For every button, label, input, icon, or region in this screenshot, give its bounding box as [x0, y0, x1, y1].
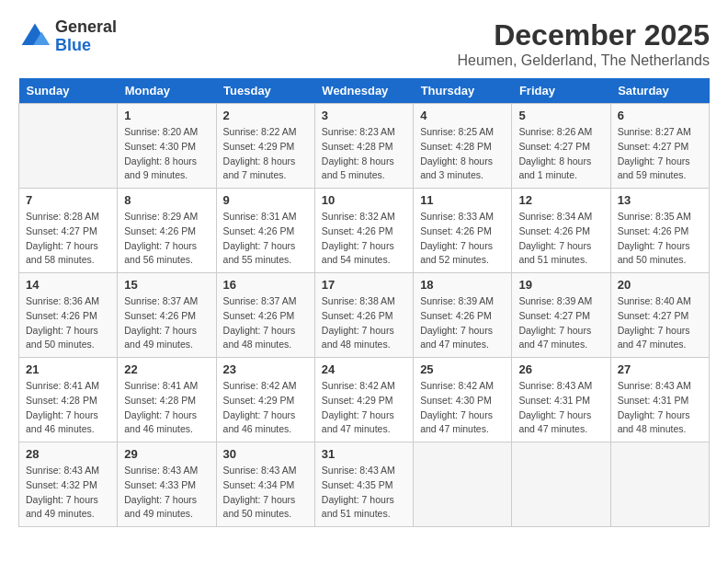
- day-number: 1: [124, 109, 209, 122]
- day-info: Sunrise: 8:38 AM Sunset: 4:26 PM Dayligh…: [322, 294, 406, 352]
- day-number: 27: [618, 362, 702, 376]
- daylight-text: Daylight: 7 hours and 49 minutes.: [124, 493, 209, 523]
- day-info: Sunrise: 8:28 AM Sunset: 4:27 PM Dayligh…: [26, 210, 110, 268]
- day-info: Sunrise: 8:27 AM Sunset: 4:27 PM Dayligh…: [618, 125, 702, 183]
- daylight-text: Daylight: 7 hours and 51 minutes.: [518, 239, 603, 269]
- daylight-text: Daylight: 7 hours and 48 minutes.: [322, 324, 406, 353]
- sunset-text: Sunset: 4:28 PM: [322, 140, 406, 155]
- calendar-cell: 23 Sunrise: 8:42 AM Sunset: 4:29 PM Dayl…: [216, 358, 314, 442]
- calendar-cell: 18 Sunrise: 8:39 AM Sunset: 4:26 PM Dayl…: [414, 273, 512, 358]
- calendar-cell: 7 Sunrise: 8:28 AM Sunset: 4:27 PM Dayli…: [19, 189, 118, 273]
- day-number: 3: [322, 109, 406, 122]
- day-number: 23: [223, 362, 308, 376]
- sunset-text: Sunset: 4:31 PM: [518, 394, 603, 408]
- day-info: Sunrise: 8:23 AM Sunset: 4:28 PM Dayligh…: [322, 125, 406, 183]
- calendar-week-row: 28 Sunrise: 8:43 AM Sunset: 4:32 PM Dayl…: [19, 442, 710, 527]
- day-number: 4: [420, 109, 505, 122]
- daylight-text: Daylight: 7 hours and 47 minutes.: [322, 408, 406, 438]
- sunrise-text: Sunrise: 8:41 AM: [26, 379, 110, 394]
- day-info: Sunrise: 8:29 AM Sunset: 4:26 PM Dayligh…: [124, 210, 209, 268]
- calendar-week-row: 7 Sunrise: 8:28 AM Sunset: 4:27 PM Dayli…: [19, 189, 710, 273]
- calendar-cell: 17 Sunrise: 8:38 AM Sunset: 4:26 PM Dayl…: [314, 273, 413, 358]
- calendar-cell: 21 Sunrise: 8:41 AM Sunset: 4:28 PM Dayl…: [19, 358, 118, 442]
- sunset-text: Sunset: 4:28 PM: [124, 394, 209, 408]
- day-info: Sunrise: 8:40 AM Sunset: 4:27 PM Dayligh…: [618, 294, 702, 352]
- day-number: 15: [124, 278, 209, 292]
- calendar-cell: 28 Sunrise: 8:43 AM Sunset: 4:32 PM Dayl…: [19, 442, 118, 527]
- sunrise-text: Sunrise: 8:39 AM: [518, 294, 603, 309]
- title-section: December 2025 Heumen, Gelderland, The Ne…: [457, 18, 710, 69]
- calendar-cell: 3 Sunrise: 8:23 AM Sunset: 4:28 PM Dayli…: [314, 104, 413, 189]
- sunrise-text: Sunrise: 8:31 AM: [223, 210, 308, 224]
- sunrise-text: Sunrise: 8:35 AM: [618, 210, 702, 224]
- calendar-cell: 26 Sunrise: 8:43 AM Sunset: 4:31 PM Dayl…: [512, 358, 610, 442]
- sunrise-text: Sunrise: 8:43 AM: [518, 379, 603, 394]
- weekday-header: Friday: [512, 78, 610, 104]
- day-number: 9: [223, 193, 308, 207]
- month-title: December 2025: [457, 18, 710, 52]
- sunrise-text: Sunrise: 8:34 AM: [518, 210, 603, 224]
- sunrise-text: Sunrise: 8:42 AM: [322, 379, 406, 394]
- day-info: Sunrise: 8:43 AM Sunset: 4:31 PM Dayligh…: [518, 379, 603, 437]
- day-number: 29: [124, 447, 209, 461]
- daylight-text: Daylight: 8 hours and 7 minutes.: [223, 155, 308, 184]
- day-info: Sunrise: 8:39 AM Sunset: 4:26 PM Dayligh…: [420, 294, 505, 352]
- calendar-cell: 24 Sunrise: 8:42 AM Sunset: 4:29 PM Dayl…: [314, 358, 413, 442]
- sunset-text: Sunset: 4:27 PM: [618, 309, 702, 324]
- sunset-text: Sunset: 4:26 PM: [322, 224, 406, 239]
- calendar-week-row: 21 Sunrise: 8:41 AM Sunset: 4:28 PM Dayl…: [19, 358, 710, 442]
- sunset-text: Sunset: 4:28 PM: [26, 394, 110, 408]
- calendar-cell: 19 Sunrise: 8:39 AM Sunset: 4:27 PM Dayl…: [512, 273, 610, 358]
- day-number: 19: [518, 278, 603, 292]
- sunrise-text: Sunrise: 8:42 AM: [223, 379, 308, 394]
- day-info: Sunrise: 8:43 AM Sunset: 4:31 PM Dayligh…: [618, 379, 702, 437]
- day-number: 25: [420, 362, 505, 376]
- sunset-text: Sunset: 4:26 PM: [420, 309, 505, 324]
- sunset-text: Sunset: 4:29 PM: [322, 394, 406, 408]
- daylight-text: Daylight: 7 hours and 48 minutes.: [223, 324, 308, 353]
- day-number: 16: [223, 278, 308, 292]
- day-info: Sunrise: 8:39 AM Sunset: 4:27 PM Dayligh…: [518, 294, 603, 352]
- daylight-text: Daylight: 7 hours and 49 minutes.: [124, 324, 209, 353]
- day-info: Sunrise: 8:37 AM Sunset: 4:26 PM Dayligh…: [124, 294, 209, 352]
- sunset-text: Sunset: 4:26 PM: [618, 224, 702, 239]
- daylight-text: Daylight: 7 hours and 58 minutes.: [26, 239, 110, 269]
- daylight-text: Daylight: 7 hours and 50 minutes.: [618, 239, 702, 269]
- calendar-cell: 5 Sunrise: 8:26 AM Sunset: 4:27 PM Dayli…: [512, 104, 610, 189]
- daylight-text: Daylight: 7 hours and 52 minutes.: [420, 239, 505, 269]
- calendar-cell: 4 Sunrise: 8:25 AM Sunset: 4:28 PM Dayli…: [414, 104, 512, 189]
- sunset-text: Sunset: 4:26 PM: [223, 309, 308, 324]
- day-number: 5: [518, 109, 603, 122]
- sunrise-text: Sunrise: 8:43 AM: [322, 464, 406, 478]
- sunrise-text: Sunrise: 8:40 AM: [618, 294, 702, 309]
- calendar-cell: 10 Sunrise: 8:32 AM Sunset: 4:26 PM Dayl…: [314, 189, 413, 273]
- sunset-text: Sunset: 4:34 PM: [223, 478, 308, 493]
- sunset-text: Sunset: 4:29 PM: [223, 140, 308, 155]
- calendar-cell: 15 Sunrise: 8:37 AM Sunset: 4:26 PM Dayl…: [118, 273, 216, 358]
- weekday-header: Sunday: [19, 78, 118, 104]
- day-info: Sunrise: 8:34 AM Sunset: 4:26 PM Dayligh…: [518, 210, 603, 268]
- daylight-text: Daylight: 7 hours and 48 minutes.: [618, 408, 702, 438]
- daylight-text: Daylight: 7 hours and 54 minutes.: [322, 239, 406, 269]
- calendar-cell: 12 Sunrise: 8:34 AM Sunset: 4:26 PM Dayl…: [512, 189, 610, 273]
- sunrise-text: Sunrise: 8:42 AM: [420, 379, 505, 394]
- calendar-cell: 29 Sunrise: 8:43 AM Sunset: 4:33 PM Dayl…: [118, 442, 216, 527]
- sunrise-text: Sunrise: 8:28 AM: [26, 210, 110, 224]
- sunrise-text: Sunrise: 8:38 AM: [322, 294, 406, 309]
- sunset-text: Sunset: 4:26 PM: [518, 224, 603, 239]
- sunset-text: Sunset: 4:26 PM: [124, 224, 209, 239]
- daylight-text: Daylight: 7 hours and 46 minutes.: [124, 408, 209, 438]
- sunrise-text: Sunrise: 8:25 AM: [420, 125, 505, 140]
- page-header: General Blue December 2025 Heumen, Gelde…: [18, 18, 710, 69]
- day-number: 10: [322, 193, 406, 207]
- sunset-text: Sunset: 4:26 PM: [26, 309, 110, 324]
- calendar-cell: 2 Sunrise: 8:22 AM Sunset: 4:29 PM Dayli…: [216, 104, 314, 189]
- sunset-text: Sunset: 4:32 PM: [26, 478, 110, 493]
- day-number: 21: [26, 362, 110, 376]
- day-number: 8: [124, 193, 209, 207]
- sunrise-text: Sunrise: 8:29 AM: [124, 210, 209, 224]
- calendar-cell: [19, 104, 118, 189]
- sunset-text: Sunset: 4:26 PM: [420, 224, 505, 239]
- daylight-text: Daylight: 7 hours and 55 minutes.: [223, 239, 308, 269]
- weekday-header: Tuesday: [216, 78, 314, 104]
